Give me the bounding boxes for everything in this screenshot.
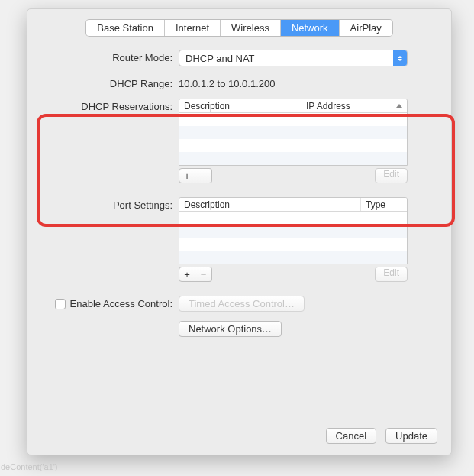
router-mode-select[interactable]: DHCP and NAT bbox=[179, 50, 408, 66]
port-settings-table[interactable]: Description Type bbox=[179, 197, 408, 264]
port-table-body bbox=[179, 212, 407, 264]
cancel-button[interactable]: Cancel bbox=[326, 428, 376, 444]
dhcp-edit-button[interactable]: Edit bbox=[375, 168, 408, 183]
tab-airplay[interactable]: AirPlay bbox=[340, 20, 392, 36]
ghost-text: deContent('a1') bbox=[1, 462, 58, 471]
table-row bbox=[179, 225, 407, 238]
table-row bbox=[179, 139, 407, 152]
dhcp-range-row: DHCP Range: 10.0.1.2 to 10.0.1.200 bbox=[49, 76, 430, 89]
router-mode-label: Router Mode: bbox=[49, 50, 179, 63]
dhcp-col-ip[interactable]: IP Address bbox=[301, 99, 407, 112]
dhcp-col-ip-label: IP Address bbox=[306, 101, 350, 112]
table-row bbox=[179, 152, 407, 165]
dialog-footer: Cancel Update bbox=[326, 428, 437, 444]
dhcp-range-label: DHCP Range: bbox=[49, 76, 179, 89]
dhcp-add-button[interactable]: + bbox=[179, 168, 195, 183]
access-control-row: Enable Access Control: Timed Access Cont… bbox=[49, 296, 430, 312]
content-area: Router Mode: DHCP and NAT DHCP Range: 10… bbox=[27, 36, 451, 337]
dhcp-remove-button[interactable]: − bbox=[195, 168, 212, 183]
tab-bar: Base Station Internet Wireless Network A… bbox=[27, 20, 451, 36]
router-mode-row: Router Mode: DHCP and NAT bbox=[49, 50, 430, 66]
access-control-label: Enable Access Control: bbox=[70, 298, 173, 309]
table-row bbox=[179, 251, 407, 264]
port-edit-button[interactable]: Edit bbox=[375, 267, 408, 282]
tab-network[interactable]: Network bbox=[281, 20, 340, 36]
port-col-description[interactable]: Description bbox=[179, 198, 361, 211]
table-row bbox=[179, 238, 407, 251]
dhcp-table-controls: + − Edit bbox=[179, 168, 408, 183]
port-table-controls: + − Edit bbox=[179, 267, 408, 282]
port-settings-row: Port Settings: Description Type bbox=[49, 197, 430, 282]
port-remove-button[interactable]: − bbox=[195, 267, 212, 282]
update-button[interactable]: Update bbox=[385, 428, 437, 444]
network-settings-window: Base Station Internet Wireless Network A… bbox=[27, 8, 452, 455]
dhcp-table-header: Description IP Address bbox=[179, 99, 407, 113]
tab-wireless[interactable]: Wireless bbox=[221, 20, 281, 36]
router-mode-value: DHCP and NAT bbox=[185, 53, 255, 64]
tab-base-station[interactable]: Base Station bbox=[86, 20, 165, 36]
dhcp-reservations-table[interactable]: Description IP Address bbox=[179, 99, 408, 166]
network-options-row: Network Options… bbox=[49, 321, 430, 337]
table-row bbox=[179, 113, 407, 126]
sort-caret-icon bbox=[396, 104, 402, 108]
tab-segmented-control: Base Station Internet Wireless Network A… bbox=[86, 20, 392, 36]
dhcp-col-description[interactable]: Description bbox=[179, 99, 301, 112]
dhcp-range-value: 10.0.1.2 to 10.0.1.200 bbox=[179, 76, 430, 89]
dhcp-table-body bbox=[179, 113, 407, 165]
table-row bbox=[179, 126, 407, 139]
port-col-type[interactable]: Type bbox=[361, 198, 407, 211]
port-table-header: Description Type bbox=[179, 198, 407, 212]
network-options-button[interactable]: Network Options… bbox=[179, 321, 282, 337]
select-arrows-icon bbox=[393, 50, 407, 66]
table-row bbox=[179, 212, 407, 225]
tab-internet[interactable]: Internet bbox=[165, 20, 221, 36]
access-control-checkbox[interactable] bbox=[55, 299, 66, 309]
port-add-button[interactable]: + bbox=[179, 267, 195, 282]
timed-access-control-button[interactable]: Timed Access Control… bbox=[179, 296, 305, 312]
dhcp-reservations-row: DHCP Reservations: Description IP Addres… bbox=[49, 99, 430, 183]
dhcp-reservations-label: DHCP Reservations: bbox=[49, 99, 179, 112]
port-settings-label: Port Settings: bbox=[49, 197, 179, 211]
